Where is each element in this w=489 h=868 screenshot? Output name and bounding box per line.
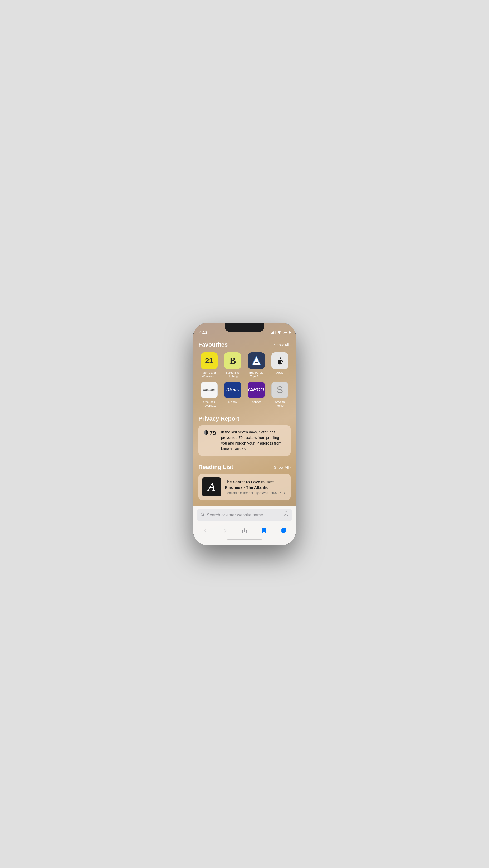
favourites-header: Favourites Show All › bbox=[198, 341, 291, 348]
favourite-label-yahoo: Yahoo! bbox=[252, 400, 261, 404]
status-time: 4:12 bbox=[200, 330, 207, 335]
favourite-label-onelook: OneLook Reverse... bbox=[200, 400, 218, 408]
search-icon bbox=[201, 513, 205, 518]
status-icons bbox=[271, 330, 289, 335]
tracker-count: 79 bbox=[210, 430, 216, 437]
notch bbox=[225, 323, 264, 332]
favourite-icon-yahoo: YAHOO! bbox=[248, 381, 265, 398]
screen: 4:12 bbox=[193, 323, 296, 545]
favourite-item-onelook[interactable]: OneLook OneLook Reverse... bbox=[198, 381, 220, 408]
svg-rect-7 bbox=[282, 528, 285, 532]
svg-rect-2 bbox=[285, 512, 287, 515]
reading-info: The Secret to Love Is Just Kindness - Th… bbox=[225, 479, 287, 495]
bottom-bar: Search or enter website name bbox=[193, 506, 296, 545]
battery-icon bbox=[283, 331, 289, 334]
reading-list-header: Reading List Show All › bbox=[198, 464, 291, 471]
search-bar[interactable]: Search or enter website name bbox=[197, 509, 292, 521]
favourite-item-burgerbae[interactable]: B BurgerBae clothing bbox=[222, 352, 244, 378]
favourites-title: Favourites bbox=[198, 341, 227, 348]
tabs-button[interactable] bbox=[278, 525, 289, 536]
favourite-item-disney[interactable]: Disney Disney bbox=[222, 381, 244, 408]
share-button[interactable] bbox=[239, 525, 250, 536]
favourite-icon-arch bbox=[248, 352, 265, 369]
shield-icon bbox=[203, 430, 209, 437]
reading-list-section: Reading List Show All › A The Secret to … bbox=[193, 459, 296, 503]
favourite-label-apple: Apple bbox=[276, 371, 283, 374]
favourite-icon-pocket: S bbox=[271, 381, 288, 398]
chevron-right-icon-reading: › bbox=[289, 465, 291, 469]
favourite-icon-apple bbox=[271, 352, 288, 369]
favourite-label-arch: Buy Purple Tops for... bbox=[247, 371, 266, 378]
phone-frame: 4:12 bbox=[193, 323, 296, 545]
reading-list-title: Reading List bbox=[198, 464, 233, 471]
reading-article-url: theatlantic.com/healt...ly-ever-after/37… bbox=[225, 491, 287, 495]
home-indicator bbox=[227, 538, 262, 540]
favourite-label-21: Men's and Women's... bbox=[200, 371, 218, 378]
reading-article-title: The Secret to Love Is Just Kindness - Th… bbox=[225, 479, 287, 490]
svg-point-0 bbox=[201, 513, 204, 516]
chevron-right-icon: › bbox=[289, 343, 291, 347]
favourite-item-arch[interactable]: Buy Purple Tops for... bbox=[246, 352, 267, 378]
favourite-label-disney: Disney bbox=[228, 400, 237, 404]
favourite-item-pocket[interactable]: S Save to Pocket bbox=[269, 381, 291, 408]
wifi-icon bbox=[277, 330, 281, 335]
reading-list-show-all-button[interactable]: Show All › bbox=[274, 465, 291, 470]
bookmarks-button[interactable] bbox=[258, 525, 270, 536]
privacy-message: In the last seven days, Safari has preve… bbox=[221, 430, 286, 452]
privacy-title: Privacy Report bbox=[198, 415, 291, 422]
toolbar bbox=[193, 523, 296, 537]
favourite-item-apple[interactable]: Apple bbox=[269, 352, 291, 378]
favourites-grid: 21 Men's and Women's... B BurgerBae clot… bbox=[198, 352, 291, 407]
favourite-item-21[interactable]: 21 Men's and Women's... bbox=[198, 352, 220, 378]
privacy-card[interactable]: 79 In the last seven days, Safari has pr… bbox=[198, 425, 291, 456]
microphone-icon[interactable] bbox=[284, 512, 288, 519]
favourite-label-pocket: Save to Pocket bbox=[271, 400, 289, 408]
favourites-show-all-button[interactable]: Show All › bbox=[274, 343, 291, 347]
search-bar-container: Search or enter website name bbox=[193, 506, 296, 523]
back-button[interactable] bbox=[200, 525, 211, 536]
reading-list-item[interactable]: A The Secret to Love Is Just Kindness - … bbox=[198, 474, 291, 500]
favourite-label-burgerbae: BurgerBae clothing bbox=[223, 371, 242, 378]
favourite-item-yahoo[interactable]: YAHOO! Yahoo! bbox=[246, 381, 267, 408]
favourite-icon-burgerbae: B bbox=[224, 352, 241, 369]
privacy-section: Privacy Report 79 In the last seven days… bbox=[193, 410, 296, 459]
forward-button[interactable] bbox=[219, 525, 231, 536]
reading-thumbnail: A bbox=[202, 477, 221, 496]
favourite-icon-disney: Disney bbox=[224, 381, 241, 398]
favourites-section: Favourites Show All › 21 Men's and Women… bbox=[193, 336, 296, 410]
privacy-badge: 79 bbox=[203, 430, 217, 437]
favourite-icon-onelook: OneLook bbox=[201, 381, 218, 398]
search-input[interactable]: Search or enter website name bbox=[207, 513, 282, 518]
favourite-icon-21: 21 bbox=[201, 352, 218, 369]
signal-icon bbox=[271, 331, 276, 334]
svg-line-1 bbox=[204, 515, 205, 517]
